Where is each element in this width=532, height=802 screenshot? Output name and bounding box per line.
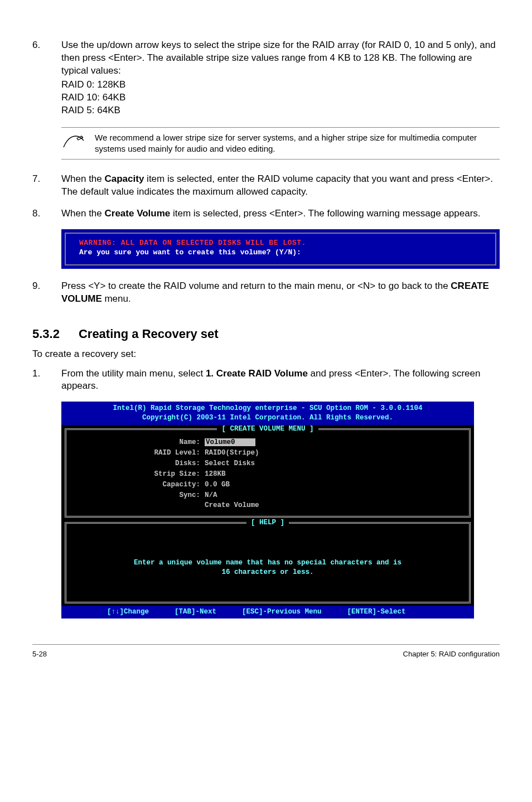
create-volume-action: Create Volume xyxy=(205,501,259,510)
capacity-label: Capacity: xyxy=(72,480,205,490)
step-number: 7. xyxy=(32,173,61,199)
intro-text: To create a recovery set: xyxy=(32,348,500,361)
disks-label: Disks: xyxy=(72,459,205,468)
name-value: Volume0 xyxy=(205,438,236,446)
help-line2: 16 characters or less. xyxy=(83,568,452,577)
bios-header-line1: Intel(R) Rapid Storage Technology enterp… xyxy=(65,404,471,413)
raid-level-label: RAID Level: xyxy=(72,448,205,458)
bios-header-line2: Copyright(C) 2003-11 Intel Corporation. … xyxy=(65,413,471,423)
step6-l1: RAID 0: 128KB xyxy=(61,79,500,91)
step6-text: Use the up/down arrow keys to select the… xyxy=(61,40,496,76)
step9-post: menu. xyxy=(102,293,131,304)
warning-prompt: Are you sure you want to create this vol… xyxy=(79,248,482,258)
step-number: 9. xyxy=(32,280,61,306)
step7-pre: When the xyxy=(61,173,105,184)
chapter-title: Chapter 5: RAID configuration xyxy=(403,649,500,659)
step6-body: Use the up/down arrow keys to select the… xyxy=(61,39,500,117)
step1-body: From the utility main menu, select 1. Cr… xyxy=(61,368,500,393)
step1-pre: From the utility main menu, select xyxy=(61,368,206,379)
create-volume-menu-title: [ CREATE VOLUME MENU ] xyxy=(217,425,318,433)
step8-body: When the Create Volume item is selected,… xyxy=(61,207,500,220)
step6-l2: RAID 10: 64KB xyxy=(61,91,500,104)
warning-red-line: WARNING: ALL DATA ON SELECTED DISKS WILL… xyxy=(79,238,482,248)
step1-bold: 1. Create RAID Volume xyxy=(206,368,308,379)
footer-key-prev: [ESC]-Previous Menu xyxy=(242,607,322,617)
step8-bold: Create Volume xyxy=(105,208,171,219)
step9-pre: Press <Y> to create the RAID volume and … xyxy=(61,281,451,291)
sync-value: N/A xyxy=(205,491,217,500)
name-label: Name: xyxy=(72,438,205,447)
pencil-icon xyxy=(61,133,85,153)
note-callout: We recommend a lower stripe size for ser… xyxy=(61,127,500,160)
capacity-value: 0.0 GB xyxy=(205,480,230,490)
step7-bold: Capacity xyxy=(105,173,144,184)
page-number: 5-28 xyxy=(32,649,47,659)
step7-body: When the Capacity item is selected, ente… xyxy=(61,173,500,199)
step-number: 1. xyxy=(32,368,61,393)
step8-post: item is selected, press <Enter>. The fol… xyxy=(170,208,480,219)
name-cursor xyxy=(236,438,255,446)
disks-value: Select Disks xyxy=(205,459,255,468)
bios-screenshot: Intel(R) Rapid Storage Technology enterp… xyxy=(61,402,474,619)
footer-key-change: [↑↓]Change xyxy=(107,607,149,617)
footer-key-next: [TAB]-Next xyxy=(175,607,216,617)
strip-size-value: 128KB xyxy=(205,470,226,479)
raid-level-value: RAID0(Stripe) xyxy=(205,448,259,458)
note-text: We recommend a lower stripe size for ser… xyxy=(95,132,500,155)
step-number: 6. xyxy=(32,39,61,117)
strip-size-label: Strip Size: xyxy=(72,470,205,479)
step8-pre: When the xyxy=(61,208,105,219)
help-line1: Enter a unique volume name that has no s… xyxy=(83,558,452,568)
step9-body: Press <Y> to create the RAID volume and … xyxy=(61,280,500,306)
warning-dialog: WARNING: ALL DATA ON SELECTED DISKS WILL… xyxy=(61,229,500,269)
section-number: 5.3.2 xyxy=(32,326,60,342)
footer-key-select: [ENTER]-Select xyxy=(347,607,406,617)
help-panel-title: [ HELP ] xyxy=(246,519,289,526)
sync-label: Sync: xyxy=(72,491,205,500)
section-title: Creating a Recovery set xyxy=(79,326,219,342)
step6-l3: RAID 5: 64KB xyxy=(61,104,500,117)
step-number: 8. xyxy=(32,207,61,220)
